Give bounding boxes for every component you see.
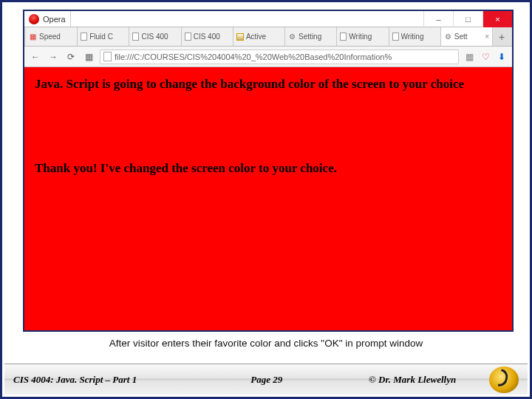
titlebar: Opera – □ × — [24, 11, 512, 27]
page-message: Thank you! I've changed the screen color… — [35, 161, 502, 176]
page-icon — [340, 33, 347, 41]
opera-icon — [29, 14, 39, 24]
tab-settings-active[interactable]: ⚙ Sett × — [441, 27, 493, 46]
page-icon — [132, 33, 139, 41]
tabstrip: ▦ Speed Fluid C CIS 400 CIS 400 Active ⚙ — [24, 27, 512, 47]
close-button[interactable]: × — [482, 11, 512, 27]
gear-icon: ⚙ — [288, 33, 296, 41]
footer: CIS 4004: Java. Script – Part 1 Page 29 … — [4, 364, 528, 395]
gear-icon: ⚙ — [444, 33, 452, 41]
toolbar: ← → ⟳ ▦ file:///C:/COURSES/CIS%204004%20… — [24, 47, 512, 67]
file-icon — [103, 52, 112, 61]
tab-writing-2[interactable]: Writing — [389, 27, 441, 46]
tab-cis-1[interactable]: CIS 400 — [129, 27, 181, 46]
window-controls: – □ × — [423, 11, 512, 27]
tab-label: Setting — [299, 33, 333, 41]
tab-cis-2[interactable]: CIS 400 — [182, 27, 233, 46]
image-icon — [236, 33, 244, 41]
tab-label: CIS 400 — [194, 33, 230, 41]
tab-label: Speed — [39, 33, 74, 41]
forward-button[interactable]: → — [47, 50, 60, 64]
speed-dial-button[interactable]: ▦ — [82, 50, 95, 64]
tab-speed-dial[interactable]: ▦ Speed — [26, 27, 78, 46]
back-button[interactable]: ← — [29, 50, 42, 64]
download-icon[interactable]: ⬇ — [496, 51, 508, 63]
content-gap — [35, 93, 502, 161]
tab-label: CIS 400 — [141, 33, 177, 41]
tab-label: Writing — [401, 33, 437, 41]
tab-writing-1[interactable]: Writing — [337, 27, 389, 46]
maximize-button[interactable]: □ — [453, 11, 482, 27]
page-content: Java. Script is going to change the back… — [24, 67, 512, 330]
tab-settings-1[interactable]: ⚙ Setting — [285, 27, 337, 46]
minimize-button[interactable]: – — [423, 11, 453, 27]
footer-page: Page 29 — [197, 374, 335, 386]
tab-active[interactable]: Active — [233, 27, 285, 46]
copyright-text: © Dr. Mark Llewellyn — [369, 374, 456, 386]
page-icon — [392, 33, 399, 41]
slide: Opera – □ × ▦ Speed Fluid C CIS 400 — [0, 0, 532, 399]
tab-label: Writing — [349, 33, 385, 41]
tab-label: Sett — [454, 33, 482, 41]
speed-dial-icon: ▦ — [29, 33, 37, 41]
page-icon — [81, 33, 87, 41]
slide-caption: After visitor enters their favorite colo… — [2, 338, 530, 349]
footer-course: CIS 4004: Java. Script – Part 1 — [13, 374, 197, 386]
reload-button[interactable]: ⟳ — [64, 50, 78, 64]
url-text: file:///C:/COURSES/CIS%204004%20_%20Web%… — [115, 52, 392, 61]
bookmark-grid-icon[interactable]: ▦ — [463, 51, 475, 63]
page-heading: Java. Script is going to change the back… — [35, 76, 502, 93]
app-name: Opera — [43, 15, 66, 24]
browser-window: Opera – □ × ▦ Speed Fluid C CIS 400 — [23, 10, 514, 332]
new-tab-button[interactable]: + — [493, 27, 511, 46]
footer-copyright: © Dr. Mark Llewellyn — [335, 374, 489, 386]
tab-fluid[interactable]: Fluid C — [78, 27, 129, 46]
tab-label: Fluid C — [89, 33, 126, 41]
tab-close-icon[interactable]: × — [485, 33, 489, 41]
heart-icon[interactable]: ♡ — [480, 51, 491, 63]
app-title-area[interactable]: Opera — [24, 11, 71, 27]
address-bar[interactable]: file:///C:/COURSES/CIS%204004%20_%20Web%… — [100, 50, 459, 64]
tab-label: Active — [246, 33, 282, 41]
page-icon — [185, 33, 191, 41]
ucf-logo-icon — [489, 366, 519, 393]
